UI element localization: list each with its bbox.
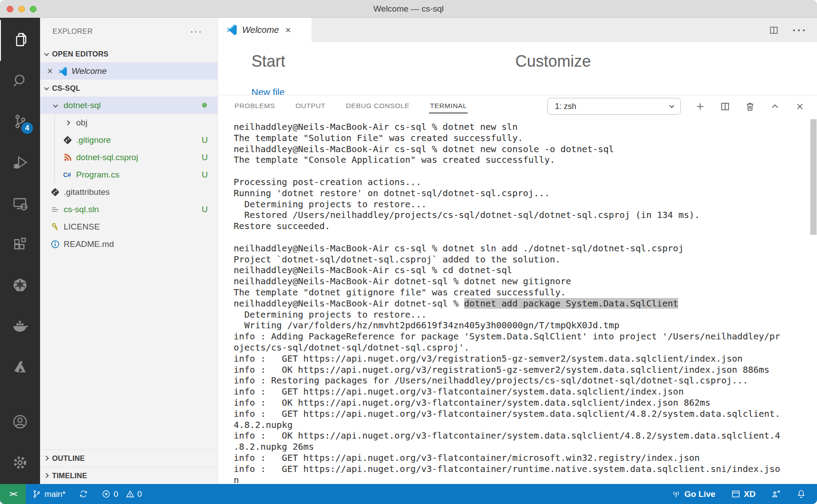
tree-item-dotnet-sql[interactable]: dotnet-sql bbox=[40, 97, 218, 114]
chevron-down-icon bbox=[44, 85, 49, 90]
tree-item-cs-sql-sln[interactable]: cs-sql.slnU bbox=[40, 201, 218, 218]
git-icon bbox=[62, 135, 73, 145]
tree-item-label: .gitattributes bbox=[64, 187, 110, 197]
panel-actions: 1: zsh bbox=[547, 98, 805, 115]
minimize-window-button[interactable] bbox=[18, 6, 25, 12]
terminal-line: info : Adding PackageReference for packa… bbox=[234, 331, 808, 342]
tree-item-label: dotnet-sql bbox=[64, 101, 101, 110]
sync-status[interactable] bbox=[79, 489, 88, 499]
activity-explorer[interactable] bbox=[0, 20, 40, 61]
tree-item-license[interactable]: LICENSE bbox=[40, 218, 218, 235]
terminal-line: n bbox=[234, 475, 808, 484]
terminal-line bbox=[234, 165, 808, 177]
terminal-line: neilhaddley@Neils-MacBook-Air cs-sql % d… bbox=[234, 243, 808, 254]
activity-extensions[interactable] bbox=[0, 225, 40, 266]
sln-icon bbox=[50, 204, 61, 215]
activity-docker[interactable] bbox=[0, 306, 40, 347]
panel-tab-problems[interactable]: PROBLEMS bbox=[234, 99, 276, 113]
tab-welcome[interactable]: Welcome × bbox=[218, 18, 311, 42]
tree-item--gitignore[interactable]: .gitignoreU bbox=[40, 131, 218, 149]
terminal-scrollbar[interactable] bbox=[810, 119, 817, 235]
tree-item--gitattributes[interactable]: .gitattributes bbox=[40, 183, 218, 201]
new-file-link[interactable]: New file bbox=[251, 87, 285, 95]
terminal-shell-select[interactable]: 1: zsh bbox=[547, 98, 681, 115]
editor-more-actions-icon[interactable]: ··· bbox=[793, 24, 807, 36]
activity-run-debug[interactable] bbox=[0, 143, 40, 184]
activity-remote-explorer[interactable] bbox=[0, 184, 40, 225]
window-title: Welcome — cs-sql bbox=[373, 4, 444, 14]
terminal-line: info : GET https://api.nuget.org/v3/regi… bbox=[234, 353, 808, 364]
terminal-panel: PROBLEMSOUTPUTDEBUG CONSOLETERMINAL 1: z… bbox=[218, 95, 817, 484]
panel-tabs: PROBLEMSOUTPUTDEBUG CONSOLETERMINAL bbox=[234, 95, 468, 117]
split-editor-icon[interactable] bbox=[768, 25, 779, 36]
indent-guide bbox=[54, 149, 55, 166]
project-section[interactable]: CS-SQL bbox=[40, 80, 218, 97]
chevron-right-icon bbox=[44, 473, 49, 478]
activity-accounts[interactable] bbox=[0, 402, 40, 443]
kill-terminal-icon[interactable] bbox=[744, 101, 756, 112]
terminal-line: info : GET https://api.nuget.org/v3-flat… bbox=[234, 408, 808, 419]
git-branch-status[interactable]: main* bbox=[32, 489, 65, 499]
tree-item-dotnet-sql-csproj[interactable]: dotnet-sql.csprojU bbox=[40, 149, 218, 166]
terminal-line: Restore succeeded. bbox=[234, 221, 808, 232]
activity-source-control[interactable]: 4 bbox=[0, 102, 40, 143]
more-actions-icon[interactable]: ··· bbox=[190, 26, 202, 37]
open-editor-label: Welcome bbox=[72, 66, 107, 76]
close-window-button[interactable] bbox=[7, 6, 13, 12]
timeline-section[interactable]: TIMELINE bbox=[40, 467, 218, 484]
panel-tab-output[interactable]: OUTPUT bbox=[295, 99, 326, 113]
warning-icon bbox=[125, 489, 135, 499]
shell-select-value: 1: zsh bbox=[555, 102, 576, 111]
maximize-window-button[interactable] bbox=[30, 6, 36, 12]
close-tab-icon[interactable]: × bbox=[285, 25, 291, 35]
error-icon bbox=[101, 489, 111, 499]
vscode-window: Welcome — cs-sql 4 EXPLORER ··· OPEN EDI… bbox=[0, 0, 817, 504]
activity-kubernetes[interactable] bbox=[0, 266, 40, 306]
activity-search[interactable] bbox=[0, 61, 40, 102]
timeline-label: TIMELINE bbox=[52, 472, 87, 480]
feedback-button[interactable] bbox=[771, 489, 781, 499]
tree-item-program-cs[interactable]: C#Program.csU bbox=[40, 166, 218, 183]
activity-azure[interactable] bbox=[0, 347, 40, 388]
activity-settings[interactable] bbox=[0, 443, 40, 484]
branch-name: main* bbox=[44, 489, 65, 499]
open-editors-section[interactable]: OPEN EDITORS bbox=[40, 45, 218, 62]
new-terminal-icon[interactable] bbox=[695, 101, 706, 112]
sidebar-bottom-sections: OUTLINE TIMELINE bbox=[40, 449, 218, 484]
open-editor-item[interactable]: ×Welcome bbox=[40, 62, 218, 80]
branch-icon bbox=[32, 489, 41, 499]
chevron-down-icon bbox=[50, 104, 61, 107]
tree-item-label: obj bbox=[76, 118, 87, 128]
tree-item-obj[interactable]: obj bbox=[40, 114, 218, 131]
go-live-label: Go Live bbox=[684, 489, 716, 499]
outline-section[interactable]: OUTLINE bbox=[40, 449, 218, 467]
terminal-line: neilhaddley@Neils-MacBook-Air cs-sql % d… bbox=[234, 144, 808, 155]
close-editor-icon[interactable]: × bbox=[47, 66, 53, 76]
tree-item-label: cs-sql.sln bbox=[64, 205, 99, 214]
terminal-line: Determining projects to restore... bbox=[234, 309, 808, 320]
tree-item-readme-md[interactable]: README.md bbox=[40, 235, 218, 253]
remote-icon bbox=[12, 195, 28, 214]
maximize-panel-icon[interactable] bbox=[769, 101, 781, 112]
terminal-line: .8.2.nupkg 26ms bbox=[234, 441, 808, 452]
workbench: 4 EXPLORER ··· OPEN EDITORS ×Welcome CS-… bbox=[0, 18, 817, 484]
terminal-line: info : GET https://api.nuget.org/v3-flat… bbox=[234, 452, 808, 464]
remote-indicator[interactable]: >< bbox=[0, 484, 26, 504]
tab-label: Welcome bbox=[242, 25, 279, 35]
terminal-line: info : OK https://api.nuget.org/v3/regis… bbox=[234, 364, 808, 375]
problems-status[interactable]: 0 0 bbox=[101, 489, 142, 499]
terminal-selection: dotnet add package System.Data.SqlClient bbox=[464, 298, 679, 309]
git-icon bbox=[50, 187, 61, 198]
editor-area: Welcome × ··· Start Customize New file P… bbox=[218, 18, 817, 484]
csharp-icon: C# bbox=[62, 169, 73, 180]
go-live-button[interactable]: Go Live bbox=[671, 489, 716, 499]
panel-tab-terminal[interactable]: TERMINAL bbox=[429, 99, 468, 113]
notifications-button[interactable] bbox=[796, 489, 806, 499]
terminal-line: Writing /var/folders/hz/nmvht2pd6619f34z… bbox=[234, 320, 808, 331]
terminal-output[interactable]: neilhaddley@Neils-MacBook-Air cs-sql % d… bbox=[218, 117, 817, 484]
split-terminal-icon[interactable] bbox=[720, 101, 731, 112]
xd-button[interactable]: XD bbox=[731, 489, 756, 499]
terminal-line: Project `dotnet-sql/dotnet-sql.csproj` a… bbox=[234, 254, 808, 265]
close-panel-icon[interactable] bbox=[794, 101, 805, 112]
panel-tab-debug-console[interactable]: DEBUG CONSOLE bbox=[345, 99, 410, 113]
